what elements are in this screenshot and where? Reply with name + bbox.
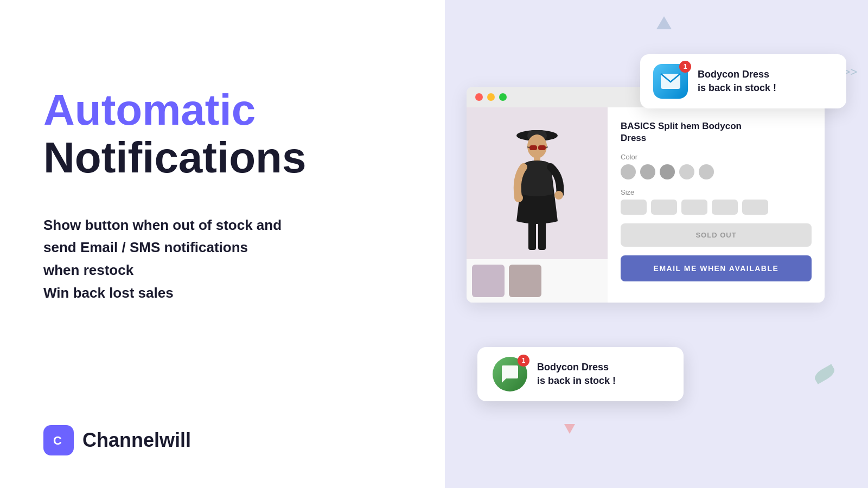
email-icon-wrapper: 1: [653, 64, 688, 99]
brand-name-text: Channelwill: [82, 429, 191, 452]
description-block: Show button when out of stock and send E…: [43, 214, 401, 304]
color-swatches: [621, 164, 812, 179]
svg-line-9: [546, 147, 548, 147]
email-icon: [660, 73, 681, 89]
swatch-4[interactable]: [679, 164, 694, 179]
email-me-when-available-button[interactable]: EMAIL ME WHEN AVAILABLE: [621, 255, 812, 281]
deco-triangle-bottom: [564, 424, 575, 434]
deco-triangle-top: [656, 16, 672, 29]
headline-notifications: Notifications: [43, 134, 401, 182]
swatch-3[interactable]: [660, 164, 675, 179]
browser-dot-red: [475, 93, 483, 101]
size-m[interactable]: [681, 200, 707, 215]
swatch-1[interactable]: [621, 164, 636, 179]
size-xl[interactable]: [742, 200, 768, 215]
browser-dot-green: [499, 93, 507, 101]
size-options: [621, 200, 812, 215]
svg-point-11: [514, 194, 523, 202]
headline-automatic: Automatic: [43, 86, 401, 134]
deco-leaf: [813, 364, 837, 384]
svg-rect-14: [538, 220, 546, 250]
size-section: Size: [621, 188, 812, 215]
svg-rect-6: [529, 145, 537, 150]
swatch-5[interactable]: [699, 164, 714, 179]
thumbnail-1[interactable]: [472, 265, 505, 297]
swatch-2[interactable]: [640, 164, 655, 179]
right-panel: >> 1 Bodycon Dress is back in stock !: [445, 0, 868, 488]
color-section: Color: [621, 153, 812, 179]
email-badge: 1: [679, 61, 691, 73]
sms-icon-wrapper: 1: [493, 357, 527, 391]
desc-line1: Show button when out of stock and: [43, 214, 401, 237]
sms-notification-text: Bodycon Dress is back in stock !: [537, 361, 616, 388]
product-details-area: BASICS Split hem Bodycon Dress Color Siz…: [608, 107, 825, 303]
svg-rect-7: [538, 145, 546, 150]
size-xs[interactable]: [621, 200, 647, 215]
sms-badge: 1: [518, 355, 529, 367]
brand-icon: C: [43, 425, 74, 455]
color-label: Color: [621, 153, 812, 161]
email-notification-card: 1 Bodycon Dress is back in stock !: [640, 54, 846, 108]
sms-icon: [500, 364, 520, 384]
brand-logo: C Channelwill: [43, 425, 191, 455]
size-label: Size: [621, 188, 812, 196]
size-s[interactable]: [651, 200, 677, 215]
svg-text:C: C: [53, 434, 62, 447]
svg-rect-13: [528, 220, 536, 250]
product-main-image: [467, 107, 608, 259]
sold-out-button: SOLD OUT: [621, 223, 812, 247]
product-image-area: [467, 107, 608, 303]
product-title: BASICS Split hem Bodycon Dress: [621, 120, 812, 144]
email-notification-text: Bodycon Dress is back in stock !: [698, 68, 776, 95]
svg-line-8: [527, 147, 529, 147]
desc-line2: send Email / SMS notifications: [43, 236, 401, 259]
browser-content: BASICS Split hem Bodycon Dress Color Siz…: [467, 107, 825, 303]
sms-notification-card: 1 Bodycon Dress is back in stock !: [477, 347, 684, 401]
desc-line3: when restock: [43, 259, 401, 282]
left-panel: Automatic Notifications Show button when…: [0, 0, 445, 488]
product-woman-figure: [499, 113, 575, 254]
channelwill-icon: C: [49, 431, 68, 450]
browser-mockup: BASICS Split hem Bodycon Dress Color Siz…: [467, 87, 825, 303]
browser-dot-yellow: [487, 93, 495, 101]
thumbnail-2[interactable]: [509, 265, 541, 297]
size-l[interactable]: [712, 200, 738, 215]
desc-line4: Win back lost sales: [43, 282, 401, 305]
svg-point-12: [554, 191, 563, 200]
product-thumbnails: [467, 259, 608, 303]
